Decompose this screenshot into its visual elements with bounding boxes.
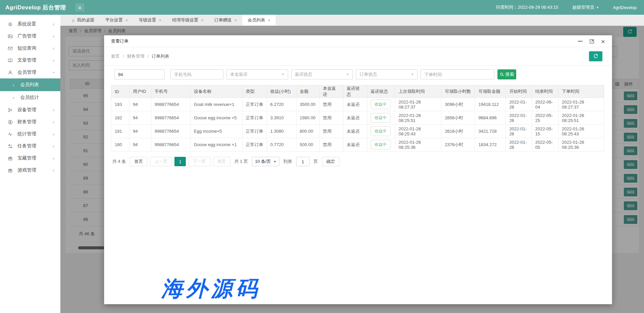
breadcrumb-finance[interactable]: 财务管理	[127, 54, 145, 59]
return-status-select[interactable]: 返还状态▼	[291, 69, 353, 79]
chevron-down-icon: ▼	[281, 73, 284, 76]
cell-id: 181	[111, 125, 129, 138]
cell-phone: 9988776654	[151, 111, 191, 125]
cell-income: 1.3080	[267, 125, 296, 138]
cell-collect_amount: 9684.696	[475, 111, 506, 125]
close-icon[interactable]: ×	[201, 18, 204, 23]
confirm-button[interactable]: 确定	[322, 157, 339, 166]
order-row: 182949988776654Goose egg income ×5正常订单3.…	[111, 111, 604, 125]
cell-return_status: 未返还	[343, 138, 367, 151]
orders-table: ID用户ID手机号设备名称类型收益(小时)金额本金返还返还状态返还状态上次领取时…	[111, 85, 604, 151]
hamburger-menu-icon[interactable]: ≡	[75, 3, 84, 11]
app-title: AgriDevelop 后台管理	[0, 4, 66, 11]
sidebar-item-label: 任务管理	[17, 143, 53, 149]
sidebar-item-9[interactable]: 宝藏管理‹	[0, 152, 60, 164]
search-icon	[500, 72, 504, 77]
cell-phone: 9988776654	[151, 125, 191, 138]
tab-3[interactable]: 经理等级设置×	[167, 15, 209, 25]
search-button[interactable]: 搜索	[497, 69, 516, 79]
column-header: 收益(小时)	[267, 85, 296, 98]
column-header: 类型	[242, 85, 267, 98]
sidebar-item-1[interactable]: 广告管理‹	[0, 30, 60, 42]
column-header: 开始时间	[506, 85, 532, 98]
order-time-input[interactable]	[421, 69, 494, 79]
sidebar-item-6[interactable]: 财务管理‹	[0, 116, 60, 128]
user-id-input[interactable]	[114, 69, 165, 79]
per-page-select[interactable]: 10 条/页▼	[252, 157, 279, 166]
mail-icon	[7, 46, 13, 51]
modal-title: 查看订单	[111, 38, 128, 44]
column-header: 手机号	[151, 85, 191, 98]
cell-type: 正常订单	[242, 138, 267, 151]
column-header: 设备名称	[191, 85, 243, 98]
close-icon[interactable]: ×	[159, 18, 161, 23]
cell-user_id[interactable]: 94	[129, 125, 151, 138]
gear-icon	[7, 21, 13, 27]
close-icon[interactable]: ×	[125, 18, 128, 23]
sidebar-item-5[interactable]: 设备管理‹	[0, 104, 60, 116]
earning-status-button[interactable]: 收益中	[371, 140, 391, 149]
earning-status-button[interactable]: 收益中	[371, 126, 391, 136]
close-icon[interactable]: ×	[268, 18, 270, 23]
cell-id: 182	[111, 111, 129, 125]
sidebar-item-label: 会员管理	[17, 69, 53, 75]
server-time: 印度时间：2022-08-29 08:43:15	[496, 4, 558, 10]
sidebar-item-8[interactable]: 任务管理‹	[0, 140, 60, 152]
first-page-button[interactable]: 首页	[130, 157, 147, 166]
sidebar-item-3[interactable]: 文章管理‹	[0, 54, 60, 66]
goto-page-input[interactable]	[296, 157, 310, 166]
refresh-button[interactable]	[589, 51, 602, 61]
cell-order_time: 2022-01-26 08:25:43	[558, 125, 604, 138]
sidebar-subitem-0[interactable]: ›会员列表	[0, 78, 60, 91]
tab-4[interactable]: 订单赠送×	[209, 15, 243, 25]
tab-5[interactable]: 会员列表×	[242, 15, 276, 25]
chevron-right-icon: ›	[13, 82, 14, 87]
earning-status-button[interactable]: 收益中	[371, 100, 391, 109]
modal-titlebar: 查看订单 ×	[104, 36, 612, 47]
tab-1[interactable]: 平台设置×	[100, 15, 133, 25]
sidebar-item-2[interactable]: 短信查询‹	[0, 42, 60, 54]
chevron-icon: ‹	[51, 72, 56, 73]
cell-type: 正常订单	[242, 125, 267, 138]
cell-collect_amount: 19418.112	[475, 98, 506, 111]
sidebar-item-0[interactable]: 系统设置‹	[0, 18, 60, 30]
sidebar-item-10[interactable]: 游戏管理‹	[0, 164, 60, 176]
cell-last_collect: 2022-01-26 08:27:37	[395, 98, 441, 111]
minimize-icon[interactable]	[578, 41, 583, 42]
principal-return-select[interactable]: 本金返还▼	[226, 69, 288, 79]
column-header: 用户ID	[129, 85, 151, 98]
cell-income: 6.2720	[267, 98, 296, 111]
cell-id: 180	[111, 138, 129, 151]
phone-input[interactable]	[170, 69, 223, 79]
cell-user_id[interactable]: 94	[129, 138, 151, 151]
home-icon: ⌂	[72, 18, 74, 23]
sidebar-item-label: 广告管理	[17, 33, 53, 39]
chevron-icon: ‹	[53, 155, 54, 161]
maximize-icon[interactable]	[589, 39, 594, 44]
role-dropdown[interactable]: 超级管理员▼	[572, 4, 599, 10]
sidebar-item-4[interactable]: 会员管理‹	[0, 66, 60, 78]
earning-status-button[interactable]: 收益中	[371, 113, 391, 123]
cell-hours: 2376小时	[441, 138, 475, 151]
cell-user_id[interactable]: 94	[129, 98, 151, 111]
order-status-select[interactable]: 订单状态▼	[356, 69, 418, 79]
cell-phone: 9988776654	[151, 98, 191, 111]
breadcrumb-home[interactable]: 首页	[111, 54, 120, 59]
cell-end: 2022-06-04	[532, 98, 558, 111]
tab-2[interactable]: 等级设置×	[133, 15, 167, 25]
cell-status_btn: 收益中	[367, 125, 395, 138]
tab-0[interactable]: ⌂我的桌面	[66, 15, 100, 25]
close-icon[interactable]: ×	[234, 18, 237, 23]
cell-user_id[interactable]: 94	[129, 111, 151, 125]
sidebar-item-7[interactable]: 统计管理‹	[0, 128, 60, 140]
sidebar-subitem-1[interactable]: ›会员统计	[0, 91, 60, 104]
cell-end: 2022-05-15	[532, 125, 558, 138]
chevron-down-icon: ▼	[346, 73, 349, 76]
refresh-icon	[593, 54, 598, 59]
column-header: 金额	[296, 85, 319, 98]
page-1-button[interactable]: 1	[174, 157, 185, 166]
cell-start: 2022-01-26	[506, 138, 532, 151]
sidebar-item-label: 短信查询	[17, 45, 53, 51]
chevron-icon: ‹	[53, 58, 54, 63]
close-icon[interactable]: ×	[601, 38, 605, 45]
